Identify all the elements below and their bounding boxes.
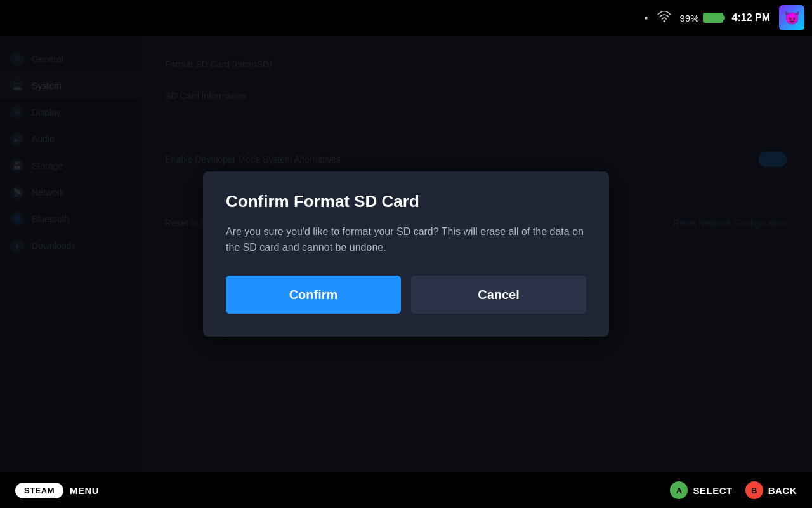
confirm-button[interactable]: Confirm <box>226 276 401 314</box>
wifi-icon <box>657 11 671 25</box>
menu-label: MENU <box>70 485 99 496</box>
modal-overlay: Confirm Format SD Card Are you sure you'… <box>0 36 812 472</box>
select-btn-group: A SELECT <box>670 481 732 499</box>
battery-container: 99% <box>680 13 723 23</box>
dialog-title: Confirm Format SD Card <box>226 192 586 211</box>
dialog-body: Are you sure you'd like to format your S… <box>226 224 586 256</box>
back-btn-group: B BACK <box>745 481 797 499</box>
bottom-bar: STEAM MENU A SELECT B BACK <box>0 472 812 508</box>
confirm-dialog: Confirm Format SD Card Are you sure you'… <box>203 171 609 337</box>
avatar: 😈 <box>779 5 804 30</box>
back-label: BACK <box>768 485 797 496</box>
battery-icon <box>703 13 723 23</box>
sd-card-icon: ▪ <box>644 11 648 25</box>
status-bar: ▪ 99% 4:12 PM 😈 <box>0 0 812 36</box>
battery-percent: 99% <box>680 13 699 23</box>
a-button[interactable]: A <box>670 481 688 499</box>
svg-point-0 <box>663 20 665 22</box>
status-bar-right: ▪ 99% 4:12 PM 😈 <box>644 5 804 30</box>
cancel-button[interactable]: Cancel <box>411 276 586 314</box>
steam-button[interactable]: STEAM <box>15 483 63 498</box>
avatar-inner: 😈 <box>779 5 804 30</box>
bottom-bar-right: A SELECT B BACK <box>670 481 797 499</box>
b-button[interactable]: B <box>745 481 763 499</box>
select-label: SELECT <box>693 485 732 496</box>
time-display: 4:12 PM <box>732 12 770 23</box>
dialog-buttons: Confirm Cancel <box>226 276 586 314</box>
